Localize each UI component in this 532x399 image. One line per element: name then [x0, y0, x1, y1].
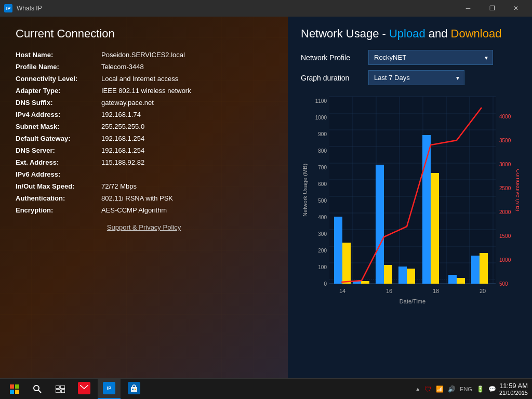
- info-label: Ext. Address:: [16, 158, 101, 166]
- info-value: Local and Internet access: [101, 75, 178, 83]
- svg-rect-65: [132, 389, 134, 390]
- info-value: 115.188.92.82: [101, 158, 144, 166]
- info-value: Poseidon.SERVICES2.local: [101, 51, 185, 59]
- svg-text:200: 200: [318, 248, 327, 254]
- info-label: Subnet Mask:: [16, 123, 101, 130]
- svg-text:20: 20: [480, 288, 486, 294]
- info-label: IPv6 Address:: [16, 170, 101, 178]
- info-value: gateway.pace.net: [101, 99, 154, 107]
- info-label: Default Gateway:: [16, 135, 101, 142]
- support-link[interactable]: Support & Privacy Policy: [16, 223, 272, 231]
- upload-label: Upload: [389, 27, 425, 40]
- bar-14-download: [334, 217, 342, 284]
- svg-text:14: 14: [339, 288, 345, 294]
- network-profile-label: Network Profile: [301, 54, 368, 62]
- left-panel: Current Connection Host Name:Poseidon.SE…: [0, 17, 288, 378]
- info-row: Default Gateway:192.168.1.254: [16, 135, 272, 142]
- titlebar-title: Whats IP: [17, 5, 42, 12]
- system-icons: ▲ 🛡 📶 🔊 ENG 🔋 💬: [415, 385, 496, 393]
- svg-text:1000: 1000: [315, 115, 327, 121]
- battery-icon: 🔋: [476, 385, 484, 393]
- task-view-button[interactable]: [50, 379, 71, 400]
- svg-text:18: 18: [433, 288, 439, 294]
- title-prefix: Network Usage -: [301, 27, 389, 40]
- svg-text:100: 100: [318, 264, 327, 270]
- info-value: AES-CCMP Algorithm: [101, 206, 167, 214]
- network-profile-row: Network Profile RockyNET: [301, 50, 519, 65]
- taskbar-clock[interactable]: 11:59 AM 21/10/2015: [499, 382, 528, 396]
- info-label: In/Out Max Speed:: [16, 182, 101, 190]
- info-value: 192.168.1.74: [101, 111, 141, 118]
- taskbar-app-mail[interactable]: [73, 379, 96, 400]
- svg-text:400: 400: [318, 215, 327, 220]
- taskbar-right: ▲ 🛡 📶 🔊 ENG 🔋 💬 11:59 AM 21/10/2015: [415, 382, 528, 396]
- bar-19-upload: [457, 278, 465, 284]
- svg-text:3000: 3000: [499, 162, 511, 167]
- bar-20-upload: [480, 253, 488, 284]
- graph-duration-label: Graph duration: [301, 74, 368, 82]
- graph-duration-select[interactable]: Last 7 Days Last 14 Days Last 30 Days: [368, 70, 464, 85]
- info-row: DNS Suffix:gateway.pace.net: [16, 99, 272, 107]
- svg-rect-54: [15, 384, 19, 389]
- start-button[interactable]: [4, 379, 25, 400]
- right-panel: Network Usage - Upload and Download Netw…: [288, 17, 532, 378]
- info-row: IPv4 Address:192.168.1.74: [16, 111, 272, 118]
- taskbar-time: 11:59 AM: [499, 382, 528, 390]
- info-value: 72/72 Mbps: [101, 182, 137, 190]
- svg-text:700: 700: [318, 165, 327, 170]
- search-button[interactable]: [27, 379, 48, 400]
- svg-rect-56: [15, 390, 19, 394]
- svg-line-58: [38, 390, 41, 393]
- network-usage-title: Network Usage - Upload and Download: [301, 27, 519, 41]
- svg-text:800: 800: [318, 148, 327, 154]
- maximize-button[interactable]: ❐: [480, 0, 504, 17]
- up-arrow-icon[interactable]: ▲: [415, 386, 420, 392]
- minimize-button[interactable]: ─: [456, 0, 480, 17]
- svg-text:16: 16: [386, 288, 392, 294]
- volume-icon: 🔊: [448, 385, 456, 393]
- info-row: Host Name:Poseidon.SERVICES2.local: [16, 51, 272, 59]
- svg-text:1100: 1100: [315, 98, 327, 104]
- taskbar-left: IP: [4, 379, 145, 400]
- info-label: Authentication:: [16, 194, 101, 202]
- bar-15-upload: [361, 281, 369, 284]
- svg-rect-59: [56, 385, 59, 389]
- graph-duration-wrapper: Last 7 Days Last 14 Days Last 30 Days: [368, 70, 464, 85]
- network-profile-wrapper: RockyNET: [368, 50, 493, 65]
- svg-rect-61: [56, 390, 60, 393]
- info-label: Adapter Type:: [16, 87, 101, 95]
- bar-16-upload: [384, 265, 392, 284]
- bar-19-download: [448, 275, 457, 284]
- svg-text:2000: 2000: [499, 209, 511, 215]
- info-value: Telecom-3448: [101, 63, 144, 71]
- info-label: DNS Suffix:: [16, 99, 101, 107]
- bar-16-download: [376, 165, 384, 284]
- info-row: Subnet Mask:255.255.255.0: [16, 123, 272, 130]
- info-label: Encryption:: [16, 206, 101, 214]
- info-value: 802.11i RSNA with PSK: [101, 194, 173, 202]
- bar-20-download: [471, 256, 480, 284]
- and-label: and: [425, 27, 451, 40]
- close-button[interactable]: ✕: [504, 0, 528, 17]
- notification-icon: 💬: [488, 385, 496, 393]
- info-row: IPv6 Address:: [16, 170, 272, 178]
- info-row: Adapter Type:IEEE 802.11 wireless networ…: [16, 87, 272, 95]
- taskbar: IP ▲ 🛡 📶 🔊 ENG 🔋 💬 11:59 AM: [0, 378, 532, 399]
- svg-text:1000: 1000: [499, 257, 511, 263]
- download-label: Download: [451, 27, 502, 40]
- svg-rect-66: [135, 389, 136, 390]
- network-profile-select[interactable]: RockyNET: [368, 50, 493, 65]
- svg-text:900: 900: [318, 131, 327, 137]
- info-row: In/Out Max Speed:72/72 Mbps: [16, 182, 272, 190]
- svg-rect-55: [10, 390, 14, 394]
- svg-rect-53: [10, 384, 14, 389]
- svg-rect-64: [131, 387, 137, 392]
- svg-text:0: 0: [324, 281, 327, 287]
- info-value: IEEE 802.11 wireless network: [101, 87, 191, 95]
- keyboard-icon: ENG: [460, 386, 472, 392]
- bar-17-download: [398, 267, 407, 284]
- taskbar-app-whatsip[interactable]: IP: [98, 379, 121, 400]
- taskbar-app-store[interactable]: [123, 379, 145, 400]
- info-value: 192.168.1.254: [101, 135, 144, 142]
- titlebar-left: IP Whats IP: [4, 4, 42, 12]
